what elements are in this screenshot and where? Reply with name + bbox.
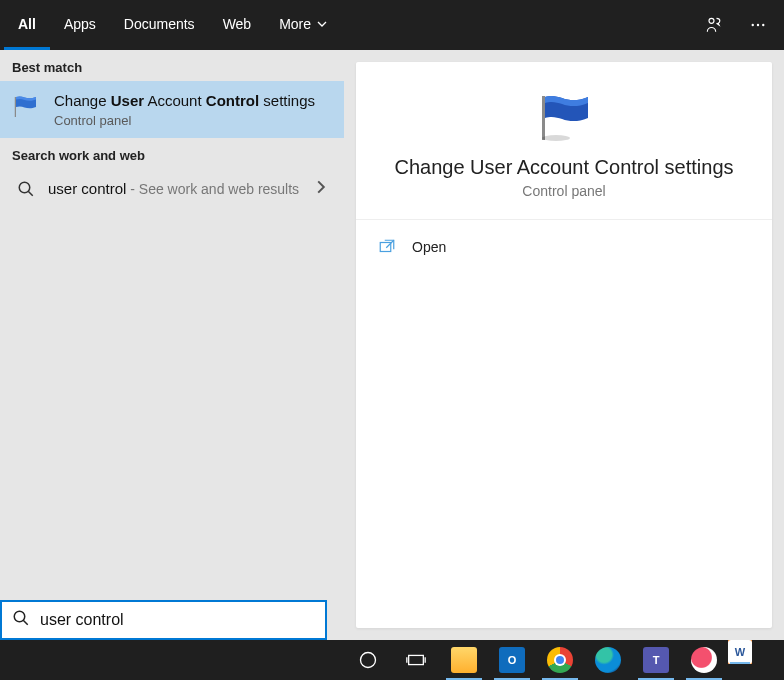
search-web-heading: Search work and web [0,138,344,169]
web-search-result[interactable]: user control - See work and web results [0,169,344,209]
chevron-right-icon [314,180,328,198]
svg-point-2 [757,24,759,26]
outlook-icon: O [499,647,525,673]
detail-actions: Open [356,220,772,274]
snip-icon [691,647,717,673]
word-button[interactable]: W [728,640,752,664]
result-text-block: Change User Account Control settings Con… [54,91,328,128]
result-subtitle: Control panel [54,113,328,128]
file-explorer-button[interactable] [440,640,488,680]
tab-all-label: All [18,16,36,32]
result-title-seg: Change [54,92,111,109]
detail-subtitle: Control panel [376,183,752,199]
svg-line-6 [28,191,33,196]
result-title: Change User Account Control settings [54,91,328,111]
tab-web[interactable]: Web [209,0,266,50]
tab-apps[interactable]: Apps [50,0,110,50]
svg-point-0 [709,18,714,23]
result-title-bold2: Control [206,92,259,109]
folder-icon [451,647,477,673]
tab-more-label: More [279,16,311,32]
search-icon [12,609,30,631]
svg-line-11 [23,620,28,625]
tab-apps-label: Apps [64,16,96,32]
result-title-seg2: Account [144,92,206,109]
tab-more[interactable]: More [265,0,341,50]
taskbar: O T W [0,640,784,680]
svg-rect-7 [542,96,545,140]
svg-point-10 [14,611,25,622]
svg-point-12 [361,653,376,668]
results-column: Best match Change User Account Control s… [0,50,344,640]
open-icon [378,238,396,256]
web-suffix-text: - See work and web results [126,181,299,197]
result-title-bold1: User [111,92,144,109]
tab-all[interactable]: All [4,0,50,50]
uac-flag-icon [534,92,594,142]
search-filter-tabs: All Apps Documents Web More [0,0,784,50]
detail-header: Change User Account Control settings Con… [356,62,772,220]
search-panel: Best match Change User Account Control s… [0,50,784,640]
web-result-text: user control - See work and web results [48,180,302,197]
edge-button[interactable] [584,640,632,680]
svg-rect-4 [15,97,16,117]
uac-shield-flag-icon [10,91,42,123]
svg-rect-9 [380,243,391,252]
feedback-icon[interactable] [692,0,736,50]
best-match-result[interactable]: Change User Account Control settings Con… [0,81,344,138]
teams-button[interactable]: T [632,640,680,680]
chrome-button[interactable] [536,640,584,680]
web-query-text: user control [48,180,126,197]
open-action[interactable]: Open [356,226,772,268]
chevron-down-icon [317,16,327,32]
search-box[interactable] [0,600,327,640]
svg-rect-13 [409,655,424,664]
svg-point-8 [542,135,570,141]
best-match-heading: Best match [0,50,344,81]
svg-point-3 [762,24,764,26]
search-icon [16,179,36,199]
edge-icon [595,647,621,673]
task-view-button[interactable] [392,640,440,680]
svg-point-5 [19,182,30,193]
options-ellipsis-icon[interactable] [736,0,780,50]
snip-button[interactable] [680,640,728,680]
svg-point-1 [752,24,754,26]
result-title-seg3: settings [259,92,315,109]
detail-title: Change User Account Control settings [376,156,752,179]
word-icon: W [728,640,752,664]
detail-column: Change User Account Control settings Con… [344,50,784,640]
chrome-icon [547,647,573,673]
tab-web-label: Web [223,16,252,32]
open-label: Open [412,239,446,255]
tab-documents[interactable]: Documents [110,0,209,50]
search-input[interactable] [40,611,315,629]
teams-icon: T [643,647,669,673]
outlook-button[interactable]: O [488,640,536,680]
cortana-button[interactable] [344,640,392,680]
detail-card: Change User Account Control settings Con… [356,62,772,628]
tab-documents-label: Documents [124,16,195,32]
